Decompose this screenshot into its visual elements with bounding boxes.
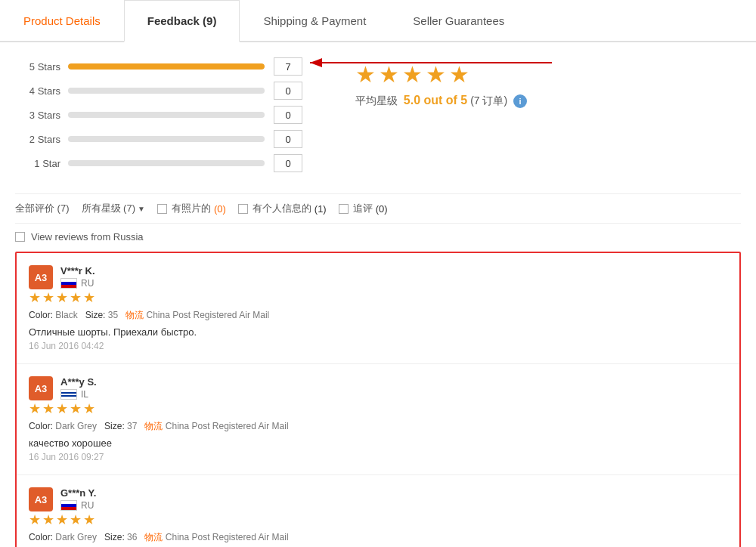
star-row-4: 4 Stars 0 — [15, 82, 333, 100]
count-4: 0 — [274, 82, 302, 100]
flag-country: IL — [60, 389, 727, 400]
reviewer-info: G***n Y. RU — [60, 487, 727, 511]
star-icon-3: ★ — [402, 61, 423, 88]
rating-section: 5 Stars 7 4 Stars 0 3 Stars 0 — [15, 57, 741, 178]
personal-count: (1) — [314, 203, 327, 215]
count-3: 0 — [274, 106, 302, 124]
review-body: Отличные шорты. Приехали быстро. — [29, 326, 727, 338]
review-header: A3 V***r K. RU — [29, 265, 727, 289]
star-row-2: 2 Stars 0 — [15, 130, 333, 148]
flag-icon — [60, 278, 77, 289]
count-2: 0 — [274, 130, 302, 148]
tab-shipping[interactable]: Shipping & Payment — [240, 0, 389, 42]
checkbox-russia[interactable] — [15, 232, 25, 242]
star-label-3: 3 Stars — [15, 110, 60, 121]
country-label: IL — [81, 389, 88, 400]
review-stars: ★ ★ ★ ★ ★ — [29, 511, 727, 528]
reviewer-name: G***n Y. — [60, 487, 727, 499]
avatar: A3 — [29, 376, 53, 400]
avatar: A3 — [29, 265, 53, 289]
star-row-1: 1 Star 0 — [15, 154, 333, 172]
bar-track-2 — [68, 136, 265, 142]
checkbox-personal[interactable] — [238, 204, 248, 214]
rating-text: 平均星级 5.0 out of 5 (7 订单) i — [355, 94, 527, 108]
count-5: 7 — [274, 57, 302, 76]
info-icon[interactable]: i — [513, 94, 527, 108]
review-meta: Color: Dark Grey Size: 37 物流 China Post … — [29, 420, 727, 433]
overall-label: 平均星级 — [355, 94, 398, 107]
star-icon-1: ★ — [355, 61, 376, 88]
bar-fill-5 — [68, 63, 265, 70]
bar-track-5 — [68, 63, 265, 70]
review-meta: Color: Dark Grey Size: 36 物流 China Post … — [29, 531, 727, 544]
filter-all-stars[interactable]: 所有星级 (7) ▼ — [82, 202, 145, 215]
russia-label: View reviews from Russia — [31, 231, 144, 243]
review-item: A3 A***y S. IL ★ ★ ★ ★ ★ Color: Dark Gre… — [17, 364, 739, 475]
chevron-down-icon: ▼ — [138, 205, 145, 213]
flag-icon — [60, 389, 77, 400]
flag-country: RU — [60, 500, 727, 511]
filter-with-personal[interactable]: 有个人信息的 (1) — [238, 202, 327, 215]
flag-icon — [60, 500, 77, 511]
review-body: качество хорошее — [29, 437, 727, 449]
country-label: RU — [81, 278, 94, 289]
star-label-5: 5 Stars — [15, 61, 60, 73]
review-item: A3 V***r K. RU ★ ★ ★ ★ ★ Color: Black S — [17, 253, 739, 364]
followup-count: (0) — [376, 203, 388, 215]
checkbox-followup[interactable] — [339, 204, 349, 214]
filter-bar: 全部评价 (7) 所有星级 (7) ▼ 有照片的 (0) 有个人信息的 (1) … — [15, 193, 741, 224]
review-stars: ★ ★ ★ ★ ★ — [29, 400, 727, 417]
checkbox-photos[interactable] — [157, 204, 167, 214]
stars-display: ★ ★ ★ ★ ★ — [355, 61, 527, 88]
star-label-4: 4 Stars — [15, 85, 60, 97]
filter-all-reviews[interactable]: 全部评价 (7) — [15, 202, 70, 215]
reviewer-info: V***r K. RU — [60, 265, 727, 289]
star-row-5: 5 Stars 7 — [15, 57, 333, 76]
review-header: A3 G***n Y. RU — [29, 487, 727, 511]
review-date: 16 Jun 2016 09:27 — [29, 452, 727, 462]
orders-text: (7 订单) — [470, 94, 507, 107]
tab-product-details[interactable]: Product Details — [0, 0, 124, 42]
review-header: A3 A***y S. IL — [29, 376, 727, 400]
reviewer-name: V***r K. — [60, 265, 727, 277]
filter-followup[interactable]: 追评 (0) — [339, 202, 388, 215]
star-icon-2: ★ — [379, 61, 399, 88]
star-row-3: 3 Stars 0 — [15, 106, 333, 124]
star-bars: 5 Stars 7 4 Stars 0 3 Stars 0 — [15, 57, 333, 178]
reviewer-info: A***y S. IL — [60, 376, 727, 400]
bar-track-3 — [68, 112, 265, 118]
score-text: 5.0 out of 5 — [404, 94, 467, 107]
review-stars: ★ ★ ★ ★ ★ — [29, 289, 727, 306]
tab-bar: Product Details Feedback (9) Shipping & … — [0, 0, 756, 42]
country-label: RU — [81, 500, 94, 511]
photos-count: (0) — [214, 203, 226, 215]
flag-country: RU — [60, 278, 727, 289]
star-icon-4: ★ — [426, 61, 446, 88]
reviewer-name: A***y S. — [60, 376, 727, 388]
review-item: A3 G***n Y. RU ★ ★ ★ ★ ★ Color: Dark Gre… — [17, 475, 739, 547]
main-content: 5 Stars 7 4 Stars 0 3 Stars 0 — [0, 42, 756, 547]
bar-track-4 — [68, 88, 265, 94]
reviews-container: A3 V***r K. RU ★ ★ ★ ★ ★ Color: Black S — [15, 252, 741, 547]
star-label-1: 1 Star — [15, 158, 60, 169]
count-1: 0 — [274, 154, 302, 172]
star-label-2: 2 Stars — [15, 134, 60, 145]
russia-filter-row[interactable]: View reviews from Russia — [15, 231, 741, 243]
review-meta: Color: Black Size: 35 物流 China Post Regi… — [29, 309, 727, 322]
tab-seller[interactable]: Seller Guarantees — [389, 0, 528, 42]
overall-rating: ★ ★ ★ ★ ★ 平均星级 5.0 out of 5 (7 订单) i — [355, 57, 527, 108]
bar-track-1 — [68, 160, 265, 166]
tab-feedback[interactable]: Feedback (9) — [124, 0, 240, 42]
filter-with-photos[interactable]: 有照片的 (0) — [157, 202, 226, 215]
star-icon-5: ★ — [449, 61, 469, 88]
review-date: 16 Jun 2016 04:42 — [29, 341, 727, 351]
avatar: A3 — [29, 487, 53, 511]
